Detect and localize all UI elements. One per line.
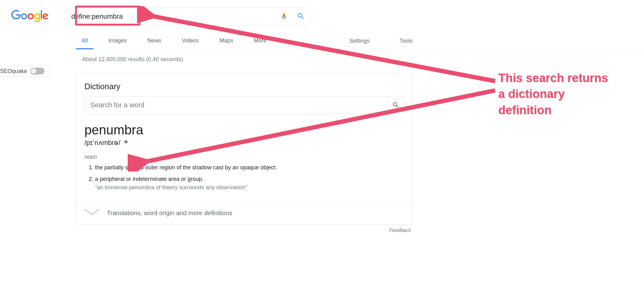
definition-item: the partially shaded outer region of the… xyxy=(95,163,404,172)
search-icon[interactable] xyxy=(297,12,305,21)
annotation-text: This search returns a dictionary definit… xyxy=(498,70,608,118)
search-nav: All Images News Videos Maps More Setting… xyxy=(76,34,644,49)
result-stats: About 12,400,000 results (0.40 seconds) xyxy=(82,56,644,63)
seoquake-toggle[interactable] xyxy=(30,68,45,75)
tab-more[interactable]: More xyxy=(248,34,272,49)
dictionary-search-button[interactable] xyxy=(387,97,404,113)
tab-settings[interactable]: Settings xyxy=(344,35,375,49)
seoquake-panel: SEOquake xyxy=(0,65,50,77)
search-box xyxy=(64,7,313,26)
tab-images[interactable]: Images xyxy=(103,34,132,49)
google-logo[interactable] xyxy=(11,10,49,24)
microphone-icon[interactable] xyxy=(280,12,288,21)
tab-all[interactable]: All xyxy=(76,34,93,49)
annotation-line: definition xyxy=(498,102,608,118)
expand-label: Translations, word origin and more defin… xyxy=(107,210,232,217)
speaker-icon[interactable] xyxy=(124,139,130,147)
definition-item: a peripheral or indeterminate area or gr… xyxy=(95,175,404,192)
annotation-line: This search returns xyxy=(498,70,608,86)
dictionary-title: Dictionary xyxy=(76,74,412,96)
dictionary-pronunciation: /pɪˈnʌmbrə/ xyxy=(76,139,412,149)
tab-news[interactable]: News xyxy=(142,34,167,49)
dictionary-search xyxy=(84,96,404,114)
tab-videos[interactable]: Videos xyxy=(176,34,205,49)
dictionary-word: penumbra xyxy=(76,117,412,139)
definition-text: the partially shaded outer region of the… xyxy=(95,164,277,171)
annotation-line: a dictionary xyxy=(498,86,608,102)
expand-definitions[interactable]: Translations, word origin and more defin… xyxy=(76,202,412,224)
dictionary-card: Dictionary penumbra /pɪˈnʌmbrə/ noun the… xyxy=(76,73,412,225)
definition-text: a peripheral or indeterminate area or gr… xyxy=(95,176,203,182)
definition-example: "an immense penumbra of theory surrounds… xyxy=(95,184,247,191)
tab-tools[interactable]: Tools xyxy=(394,35,418,49)
search-input[interactable] xyxy=(71,12,276,21)
pronunciation-text: /pɪˈnʌmbrə/ xyxy=(84,139,121,147)
part-of-speech: noun xyxy=(76,149,412,163)
feedback-link[interactable]: Feedback xyxy=(76,225,412,236)
chevron-down-icon xyxy=(84,209,99,217)
dictionary-search-input[interactable] xyxy=(90,101,387,109)
definitions-list: the partially shaded outer region of the… xyxy=(76,163,412,202)
seoquake-label: SEOquake xyxy=(0,68,27,75)
tab-maps[interactable]: Maps xyxy=(214,34,239,49)
